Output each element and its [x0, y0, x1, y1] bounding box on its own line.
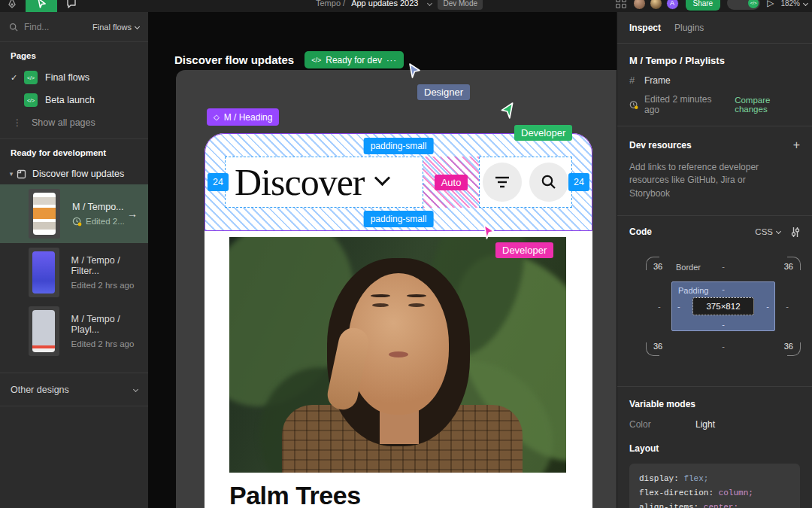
corner-radius-value[interactable]: 36 — [784, 342, 793, 351]
ready-for-dev-icon: </> — [24, 71, 38, 84]
sidebar-item-beta-launch[interactable]: </> Beta launch — [0, 89, 148, 111]
code-section: Code CSS 36 36 36 36 Border - - - - Padd… — [617, 216, 812, 356]
padding-value-bottom[interactable]: - — [722, 320, 725, 329]
move-tool-button[interactable] — [26, 0, 57, 12]
library-icon[interactable] — [616, 0, 626, 8]
corner-radius-value[interactable]: 36 — [784, 262, 793, 271]
other-designs-row[interactable]: Other designs — [0, 373, 148, 406]
clock-icon — [629, 100, 638, 110]
code-language-dropdown[interactable]: CSS — [755, 227, 780, 236]
dev-mode-toggle[interactable]: </> — [727, 0, 760, 10]
auto-gap-region: Auto — [423, 157, 479, 208]
avatar[interactable] — [650, 0, 662, 10]
layout-section: Layout display: flex; flex-direction: co… — [617, 431, 812, 508]
dev-mode-badge: Dev Mode — [438, 0, 483, 10]
component-label: M / Heading — [224, 112, 273, 123]
search-row: Find... Final flows — [0, 12, 148, 42]
variable-modes-header: Variable modes — [629, 399, 800, 409]
compare-changes-link[interactable]: Compare changes — [735, 96, 800, 114]
header-component[interactable]: padding-small Discover Auto padding-smal… — [205, 133, 592, 231]
padding-value-left[interactable]: - — [677, 302, 680, 311]
ready-for-dev-badge[interactable]: </> Ready for dev ··· — [304, 51, 404, 68]
app-heading-text: Discover — [235, 160, 365, 204]
ready-header: Ready for development — [11, 148, 148, 157]
padding-annotation-top: padding-small — [364, 138, 434, 154]
other-designs-label: Other designs — [11, 385, 69, 395]
flow-thumbnail — [29, 189, 60, 239]
ready-for-development-section: Ready for development ▾ Discover flow up… — [0, 148, 148, 360]
chevron-down-icon[interactable] — [427, 0, 432, 5]
heading-text-box[interactable]: Discover — [225, 157, 423, 208]
page-filter-dropdown[interactable]: Final flows — [92, 23, 139, 32]
flow-title: M / Tempo... — [72, 202, 125, 212]
frame-hash-icon: # — [629, 75, 638, 86]
tab-plugins[interactable]: Plugins — [674, 23, 704, 33]
settings-sliders-icon[interactable] — [791, 227, 800, 237]
search-input[interactable]: Find... — [24, 22, 49, 32]
inspect-panel: Inspect Plugins M / Tempo / Playlists # … — [617, 12, 812, 508]
variable-mode-value[interactable]: Light — [695, 419, 715, 430]
component-label-chip[interactable]: ◇ M / Heading — [207, 108, 279, 126]
flow-title: M / Tempo / Playl... — [71, 314, 148, 335]
share-button[interactable]: Share — [686, 0, 721, 11]
breadcrumb-project[interactable]: Tempo / — [316, 0, 345, 8]
present-play-icon[interactable]: ▷ — [767, 0, 774, 8]
figure-brow — [371, 294, 390, 297]
dev-resources-header: Dev resources — [629, 140, 692, 151]
chevron-down-icon — [135, 23, 140, 29]
breadcrumb-file-name[interactable]: App updates 2023 — [351, 0, 418, 8]
corner-radius-value[interactable]: 36 — [653, 262, 662, 271]
design-frame[interactable]: padding-small Discover Auto padding-smal… — [205, 133, 592, 508]
left-sidebar: Find... Final flows Pages ✓ </> Final fl… — [0, 12, 148, 508]
arrow-right-icon[interactable]: → — [127, 208, 138, 220]
cursor-icon — [37, 0, 47, 9]
show-all-pages[interactable]: ⋮ Show all pages — [0, 111, 148, 134]
border-value-right[interactable]: - — [786, 302, 789, 311]
chevron-down-icon — [133, 387, 138, 392]
pen-tool-icon[interactable] — [8, 0, 17, 8]
border-value-top[interactable]: - — [722, 262, 725, 271]
flow-list-item[interactable]: M / Tempo / Playl... Edited 2 hrs ago — [0, 302, 148, 360]
padding-box: Padding - - - - 375×812 — [671, 281, 775, 331]
more-options-icon[interactable]: ··· — [386, 56, 397, 65]
avatar-initial[interactable]: A — [666, 0, 679, 10]
page-label: Beta launch — [45, 95, 95, 105]
flow-list-item[interactable]: M / Tempo... Edited 2... → — [0, 184, 148, 243]
css-property: flex-direction: — [639, 488, 714, 497]
flow-title: M / Tempo / Filter... — [71, 255, 148, 276]
auto-gap-badge: Auto — [435, 175, 468, 190]
frame-size-value[interactable]: 375×812 — [692, 297, 754, 315]
css-value: flex; — [683, 474, 708, 483]
pages-section: Pages ✓ </> Final flows </> Beta launch … — [0, 51, 148, 139]
sidebar-item-final-flows[interactable]: ✓ </> Final flows — [0, 66, 148, 89]
layout-css-code[interactable]: display: flex; flex-direction: column; a… — [629, 464, 800, 508]
canvas[interactable]: Discover flow updates </> Ready for dev … — [148, 12, 617, 508]
figure-brow — [407, 294, 426, 297]
border-value-bottom[interactable]: - — [722, 342, 725, 351]
dev-resources-section: Dev resources + Add links to reference d… — [617, 126, 812, 216]
header-icons-box[interactable] — [479, 157, 572, 208]
code-header: Code — [629, 227, 652, 237]
avatar[interactable] — [633, 0, 646, 10]
border-value-left[interactable]: - — [658, 302, 661, 311]
chevron-down-icon[interactable] — [374, 169, 389, 185]
designer-cursor-label: Designer — [417, 84, 470, 100]
comment-icon[interactable] — [66, 0, 77, 8]
padding-value-right[interactable]: - — [766, 302, 769, 311]
add-dev-resource-button[interactable]: + — [793, 138, 800, 152]
search-button[interactable] — [529, 163, 568, 202]
filter-button[interactable] — [483, 163, 522, 202]
tab-inspect[interactable]: Inspect — [629, 23, 661, 33]
code-icon: </> — [748, 0, 759, 8]
section-title[interactable]: Discover flow updates — [174, 53, 294, 66]
selection-block: M / Tempo / Playlists # Frame Edited 2 m… — [617, 44, 812, 126]
flow-group-row[interactable]: ▾ Discover flow updates — [0, 163, 148, 184]
caret-down-icon[interactable]: ▾ — [6, 170, 17, 178]
zoom-level-control[interactable]: 182% — [780, 0, 807, 8]
figure-lips — [389, 351, 408, 357]
padding-value-top[interactable]: - — [722, 284, 725, 294]
css-property: align-items: — [639, 503, 698, 508]
corner-radius-value[interactable]: 36 — [653, 342, 662, 351]
card-title: Palm Trees — [229, 481, 361, 508]
flow-list-item[interactable]: M / Tempo / Filter... Edited 2 hrs ago — [0, 243, 148, 302]
